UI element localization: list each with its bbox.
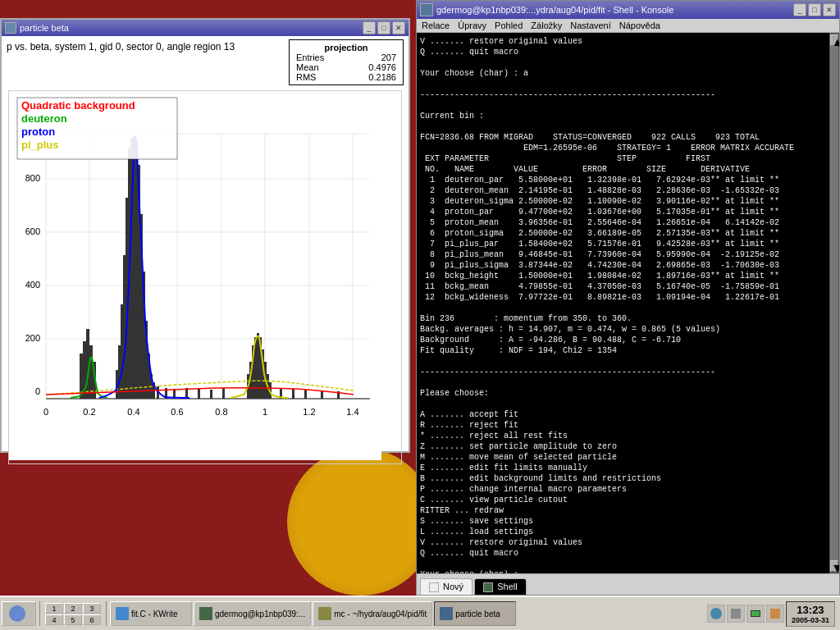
konsole-title: gdermog@kp1nbp039:...ydra/aug04/pid/fit …	[436, 5, 673, 15]
desktop-5-button[interactable]: 5	[64, 614, 82, 625]
svg-text:1.2: 1.2	[303, 407, 315, 417]
console-line: M ....... move mean of selected particle	[420, 452, 826, 463]
mean-value: 0.4976	[368, 62, 396, 72]
console-line: Background : A = -94.286, B = 90.488, C …	[420, 335, 826, 345]
konsole-icon	[420, 3, 433, 16]
taskbar: 1 2 3 4 5 6 fit.C - KWrite gdermog@kp1nb…	[0, 596, 840, 630]
tray-battery-icon[interactable]	[746, 605, 765, 623]
console-line: 12 bckg_wideness 7.97722e-01 8.89821e-03…	[420, 292, 826, 303]
console-line: Please choose:	[420, 388, 826, 399]
desktop-3-button[interactable]: 3	[83, 603, 101, 614]
console-line: FCN=2836.68 FROM MIGRAD STATUS=CONVERGED…	[420, 132, 826, 143]
konsole-window: gdermog@kp1nbp039:...ydra/aug04/pid/fit …	[416, 0, 840, 596]
menu-relace[interactable]: Relace	[422, 21, 450, 30]
particlebeta-label: particle beta	[455, 609, 500, 619]
particle-beta-titlebar: particle beta _ □ ✕	[2, 20, 409, 36]
clock-date: 2005-03-31	[792, 616, 829, 624]
tray-volume-icon[interactable]	[727, 605, 745, 623]
taskbar-separator-1	[39, 601, 40, 626]
console-line: Current bin :	[420, 111, 826, 121]
desktop-1-button[interactable]: 1	[45, 603, 63, 614]
particle-beta-title: particle beta	[20, 23, 69, 33]
entries-value: 207	[381, 52, 396, 62]
scroll-track[interactable]	[830, 46, 838, 560]
console-line: Bin 236 : momentum from 350. to 360.	[420, 313, 826, 324]
console-line: Fit quality : NDF = 194, Chi2 = 1354	[420, 345, 826, 356]
window-controls[interactable]: _ □ ✕	[363, 21, 405, 34]
desktop-2-button[interactable]: 2	[64, 603, 82, 614]
plot-title: p vs. beta, system 1, gid 0, sector 0, a…	[7, 39, 235, 85]
svg-rect-55	[210, 390, 212, 399]
svg-rect-36	[121, 304, 123, 399]
svg-text:0.8: 0.8	[215, 407, 227, 417]
console-line: Z ....... set particle amplitude to zero	[420, 441, 826, 452]
console-line: V ....... restore original values	[420, 537, 826, 548]
rms-value: 0.2186	[368, 72, 396, 82]
terminal-label: gdermog@kp1nbp039:...	[215, 609, 305, 619]
desktop-4-button[interactable]: 4	[45, 614, 63, 625]
mean-label: Mean	[296, 62, 319, 72]
console-line: ----------------------------------------…	[420, 367, 826, 377]
svg-text:0.2: 0.2	[83, 407, 95, 417]
clock-time: 13:23	[792, 604, 829, 616]
console-line: 4 proton_par 9.47700e+02 1.03676e+00 5.1…	[420, 207, 826, 217]
taskbar-item-mc[interactable]: mc - ~/hydra/aug04/pid/fit	[313, 601, 432, 626]
konsole-minimize-button[interactable]: _	[793, 3, 806, 16]
svg-text:400: 400	[25, 280, 40, 290]
battery-icon-inner	[751, 610, 760, 617]
plot-svg: 1000 800 600 400 200 0 0 0.2 0.4 0.6 0.8…	[9, 91, 381, 460]
tab-new-label: Nový	[443, 582, 463, 591]
console-line: * ....... reject all rest fits	[420, 431, 826, 441]
shell-tab-icon	[483, 582, 493, 592]
console-line: Your choose (char) : a	[420, 68, 826, 79]
tab-shell[interactable]: Shell	[474, 578, 527, 595]
menu-nastaveni[interactable]: Nastavení	[570, 21, 611, 30]
taskbar-separator-2	[106, 601, 107, 626]
console-line: 5 proton_mean 3.96356e-01 2.55646e-04 1.…	[420, 217, 826, 228]
console-line	[420, 559, 826, 569]
konsole-window-controls[interactable]: _ □ ✕	[793, 3, 836, 16]
scroll-up-button[interactable]: ▲	[830, 34, 838, 46]
menu-pohled[interactable]: Pohled	[495, 21, 523, 30]
maximize-button[interactable]: □	[377, 21, 390, 34]
tab-shell-label: Shell	[497, 582, 517, 591]
console-line: NO. NAME VALUE ERROR SIZE DERIVATIVE	[420, 164, 826, 175]
tab-new[interactable]: Nový	[420, 578, 472, 595]
menu-upravy[interactable]: Úpravy	[458, 21, 486, 30]
start-button[interactable]	[2, 601, 36, 626]
entries-label: Entries	[296, 52, 324, 62]
menu-napoveda[interactable]: Nápověda	[619, 21, 660, 30]
menu-zalozky[interactable]: Záložky	[531, 21, 562, 30]
konsole-titlebar: gdermog@kp1nbp039:...ydra/aug04/pid/fit …	[417, 1, 839, 19]
konsole-maximize-button[interactable]: □	[808, 3, 821, 16]
plot-header: p vs. beta, system 1, gid 0, sector 0, a…	[2, 36, 409, 89]
svg-text:deuteron: deuteron	[21, 112, 67, 125]
svg-text:200: 200	[25, 333, 40, 343]
close-button[interactable]: ✕	[392, 21, 405, 34]
taskbar-item-particlebeta[interactable]: particle beta	[434, 601, 516, 626]
svg-text:600: 600	[25, 226, 40, 236]
svg-text:proton: proton	[21, 126, 55, 138]
scroll-down-button[interactable]: ▼	[830, 560, 838, 572]
update-icon-inner	[770, 609, 780, 619]
konsole-scrollbar[interactable]: ▲ ▼	[829, 33, 839, 573]
tray-network-icon[interactable]	[707, 605, 725, 623]
console-line: Backg. averages : h = 14.907, m = 0.474,…	[420, 324, 826, 335]
konsole-tabs: Nový Shell	[417, 573, 839, 595]
pager-row-1: 1 2 3	[45, 603, 101, 614]
plot-area: 1000 800 600 400 200 0 0 0.2 0.4 0.6 0.8…	[8, 90, 402, 464]
konsole-content[interactable]: V ....... restore original values Q ....…	[417, 33, 829, 573]
desktop-pager[interactable]: 1 2 3 4 5 6	[45, 603, 101, 625]
konsole-inner: V ....... restore original values Q ....…	[417, 33, 839, 573]
tray-update-icon[interactable]	[766, 605, 784, 623]
taskbar-item-terminal[interactable]: gdermog@kp1nbp039:...	[194, 601, 311, 626]
minimize-button[interactable]: _	[363, 21, 376, 34]
console-line: A ....... accept fit	[420, 409, 826, 420]
mc-label: mc - ~/hydra/aug04/pid/fit	[334, 609, 427, 619]
console-line: C ....... view particle cutout	[420, 495, 826, 505]
konsole-close-button[interactable]: ✕	[823, 3, 836, 16]
taskbar-item-kwrite[interactable]: fit.C - KWrite	[110, 601, 192, 626]
desktop-6-button[interactable]: 6	[83, 614, 101, 625]
svg-text:pi_plus: pi_plus	[21, 139, 59, 151]
svg-text:Quadratic background: Quadratic background	[21, 99, 135, 112]
